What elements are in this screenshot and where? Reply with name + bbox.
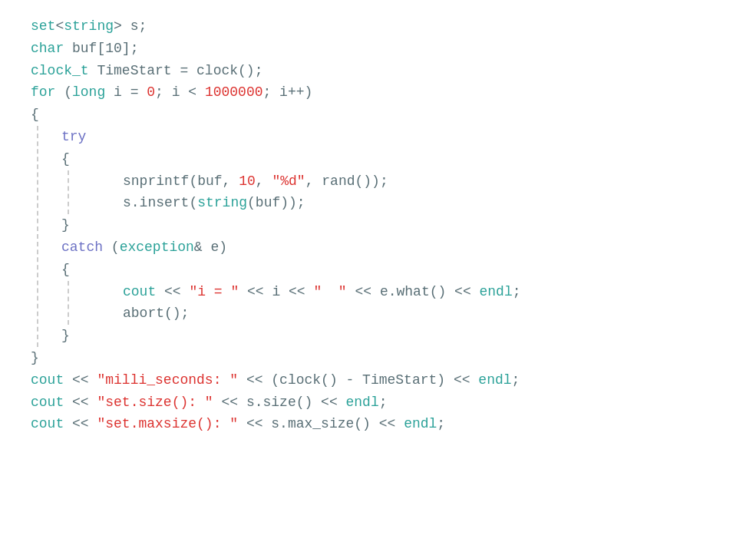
code-line-4: for (long i = 0; i < 1000000; i++) (31, 81, 733, 104)
code-line-5: { (31, 104, 733, 126)
code-line-18: cout << "set.size(): " << s.size() << en… (31, 391, 733, 414)
code-editor: set<string> s; char buf[10]; clock_t Tim… (23, 15, 733, 435)
code-line-9: s.insert(string(buf)); (31, 192, 733, 214)
code-line-2: char buf[10]; (31, 38, 733, 60)
code-line-19: cout << "set.maxsize(): " << s.max_size(… (31, 413, 733, 435)
code-line-8: snprintf(buf, 10, "%d", rand()); (31, 170, 733, 193)
catch-block: cout << "i = " << i << " " << e.what() <… (31, 281, 733, 325)
code-line-14: abort(); (31, 302, 733, 325)
code-line-17: cout << "milli_seconds: " << (clock() - … (31, 369, 733, 391)
code-line-12: { (31, 259, 733, 281)
code-line-3: clock_t TimeStart = clock(); (31, 60, 733, 82)
try-block: snprintf(buf, 10, "%d", rand()); s.inser… (31, 170, 733, 215)
code-line-11: catch (exception& e) (31, 236, 733, 259)
keyword-char: char (31, 38, 64, 60)
for-block: try { snprintf(buf, 10, "%d", rand()); s… (31, 126, 733, 347)
keyword-set: set (31, 15, 55, 38)
code-line-6: try (31, 126, 733, 148)
code-line-16: } (31, 347, 733, 369)
code-line-13: cout << "i = " << i << " " << e.what() <… (31, 281, 733, 303)
code-line-10: } (31, 214, 733, 236)
keyword-catch: catch (61, 236, 103, 259)
code-line-1: set<string> s; (31, 15, 733, 38)
code-line-15: } (31, 325, 733, 347)
keyword-try: try (61, 126, 86, 148)
code-line-7: { (31, 148, 733, 170)
